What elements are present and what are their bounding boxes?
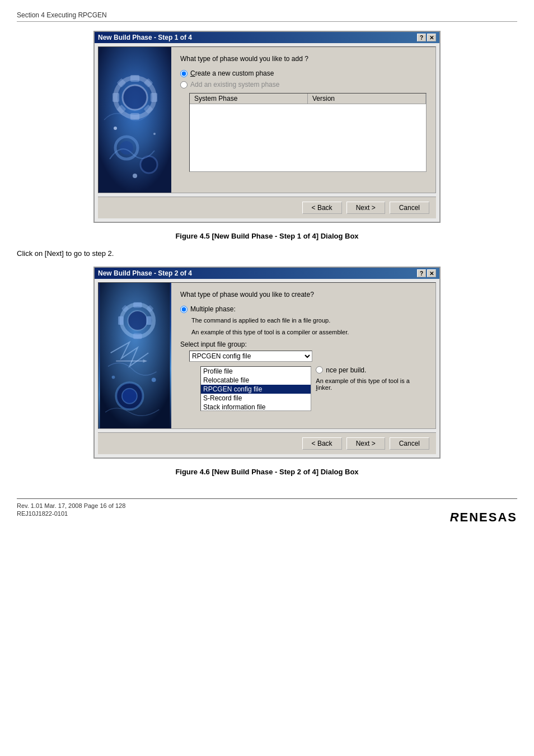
back-button-1[interactable]: < Back: [302, 202, 342, 214]
single-phase-area: nce per build. An example of this type o…: [316, 366, 427, 391]
dialog2-question: What type of phase would you like to cre…: [180, 291, 427, 298]
figure1-caption: Figure 4.5 [New Build Phase - Step 1 of …: [17, 232, 517, 240]
svg-rect-20: [133, 302, 142, 308]
dialog1-titlebar: New Build Phase - Step 1 of 4 ? ✕: [95, 32, 439, 43]
radio-create-label: C: [190, 69, 195, 77]
radio-add-label: Add an existing system phase: [190, 81, 279, 88]
svg-rect-22: [118, 316, 124, 325]
listbox-item-profile[interactable]: Profile file: [201, 367, 311, 376]
dialog2-body: What type of phase would you like to cre…: [98, 282, 436, 429]
svg-point-30: [112, 376, 115, 379]
svg-point-16: [133, 174, 137, 178]
dialog2-left-panel: [99, 283, 171, 428]
dialog2: New Build Phase - Step 2 of 4 ? ✕: [93, 267, 441, 459]
svg-rect-5: [113, 93, 119, 102]
radio-create-label-rest: reate a new custom phase: [195, 69, 274, 77]
dialog2-right-panel: What type of phase would you like to cre…: [171, 283, 435, 428]
dialog2-footer: < Back Next > Cancel: [98, 432, 436, 454]
renesas-logo: RENESAS: [450, 510, 517, 525]
radio-create-new-input[interactable]: [180, 70, 188, 77]
multiple-desc2: An example of this type of tool is a com…: [191, 328, 427, 337]
decoration-svg-2: [99, 283, 171, 428]
footer-ref: REJ10J1822-0101: [17, 510, 68, 525]
titlebar-buttons-2: ? ✕: [417, 269, 436, 277]
svg-point-2: [123, 85, 147, 110]
cancel-button-1[interactable]: Cancel: [390, 202, 429, 214]
section-header: Section 4 Executing RPCGEN: [17, 11, 517, 22]
radio-create-new[interactable]: Create a new custom phase: [180, 69, 427, 77]
help-button-2[interactable]: ?: [417, 269, 426, 277]
svg-rect-6: [151, 93, 157, 102]
figure2-caption: Figure 4.6 [New Build Phase - Step 2 of …: [17, 468, 517, 476]
next-button-2[interactable]: Next >: [346, 437, 385, 450]
radio-add-existing[interactable]: Add an existing system phase: [180, 81, 427, 88]
footer-rev: Rev. 1.01 Mar. 17, 2008 Page 16 of 128: [17, 502, 125, 509]
dialog1: New Build Phase - Step 1 of 4 ? ✕: [93, 31, 441, 223]
dialog1-left-panel: [99, 47, 171, 193]
close-button-2[interactable]: ✕: [427, 269, 436, 277]
dialog1-right-panel: What type of phase would you like to add…: [171, 47, 435, 193]
radio-single-input[interactable]: [316, 366, 323, 374]
svg-point-29: [152, 377, 156, 382]
page-footer: Rev. 1.01 Mar. 17, 2008 Page 16 of 128 R…: [17, 498, 517, 525]
decoration-svg: [99, 47, 171, 193]
dialog1-question: What type of phase would you like to add…: [180, 55, 427, 63]
svg-rect-21: [133, 334, 142, 339]
radio-multiple-input[interactable]: [180, 306, 188, 313]
svg-point-19: [128, 311, 147, 330]
input-file-group-select[interactable]: Absolute file Profile file Relocatable f…: [189, 351, 312, 362]
cancel-button-2[interactable]: Cancel: [390, 437, 429, 450]
col-system-phase: System Phase: [190, 94, 308, 104]
single-phase-desc2: An example of this type of tool is a lin…: [316, 377, 427, 391]
radio-multiple[interactable]: Multiple phase:: [180, 305, 427, 313]
table-header: System Phase Version: [190, 94, 426, 104]
table-body: [190, 104, 426, 171]
radio-single[interactable]: nce per build.: [316, 366, 427, 374]
dialog1-body: What type of phase would you like to add…: [98, 46, 436, 193]
next-button-1[interactable]: Next >: [346, 202, 385, 214]
single-phase-desc1: nce per build.: [326, 366, 366, 374]
file-group-listbox[interactable]: Profile file Relocatable file RPCGEN con…: [200, 366, 311, 411]
dialog2-title: New Build Phase - Step 2 of 4: [98, 269, 192, 277]
listbox-item-rpcgen[interactable]: RPCGEN config file: [201, 385, 311, 394]
select-input-label: Select input file group:: [180, 340, 427, 348]
section-title: Section 4 Executing RPCGEN: [17, 11, 107, 19]
dialog2-titlebar: New Build Phase - Step 2 of 4 ? ✕: [95, 268, 439, 279]
listbox-item-stack[interactable]: Stack information file: [201, 403, 311, 411]
col-version: Version: [308, 94, 426, 104]
system-phase-table: System Phase Version: [189, 93, 427, 172]
radio-add-existing-input[interactable]: [180, 81, 188, 88]
paragraph1: Click on [Next] to go to step 2.: [17, 249, 517, 258]
help-button[interactable]: ?: [417, 34, 426, 41]
svg-rect-23: [146, 316, 152, 325]
page-wrapper: Section 4 Executing RPCGEN New Build Pha…: [0, 0, 534, 536]
back-button-2[interactable]: < Back: [302, 437, 342, 450]
svg-rect-3: [130, 75, 139, 82]
multiple-desc1: The command is applied to each file in a…: [191, 316, 427, 325]
svg-point-14: [114, 127, 117, 130]
listbox-item-srecord[interactable]: S-Record file: [201, 394, 311, 403]
svg-point-15: [153, 133, 156, 135]
titlebar-buttons: ? ✕: [417, 34, 436, 41]
footer-row1: Rev. 1.01 Mar. 17, 2008 Page 16 of 128: [17, 502, 517, 509]
dialog1-footer: < Back Next > Cancel: [98, 197, 436, 218]
linker-underline: l: [316, 384, 317, 391]
footer-row2: REJ10J1822-0101 RENESAS: [17, 510, 517, 525]
listbox-item-relocatable[interactable]: Relocatable file: [201, 376, 311, 385]
dialog1-title: New Build Phase - Step 1 of 4: [98, 34, 192, 41]
dropdown-container[interactable]: Absolute file Profile file Relocatable f…: [189, 351, 427, 362]
radio-multiple-label: Multiple phase:: [190, 305, 236, 313]
close-button[interactable]: ✕: [427, 34, 436, 41]
svg-point-28: [122, 389, 137, 404]
svg-rect-4: [130, 113, 139, 120]
logo-r: R: [450, 510, 460, 524]
